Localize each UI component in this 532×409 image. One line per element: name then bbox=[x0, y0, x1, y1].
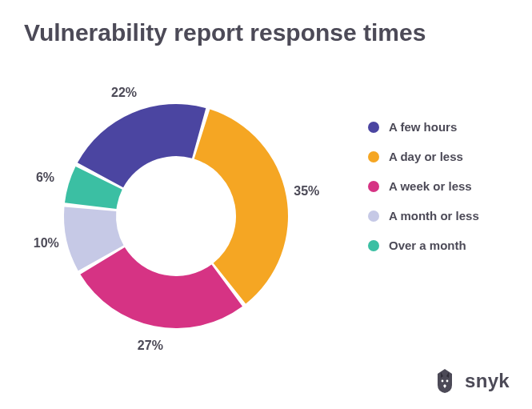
donut-slice bbox=[78, 104, 206, 187]
donut-chart: 22%35%27%10%6% bbox=[32, 64, 320, 352]
legend-item-a-month-or-less: A month or less bbox=[368, 209, 479, 223]
legend-label: A week or less bbox=[389, 179, 472, 193]
brand-logo: snyk bbox=[433, 367, 510, 395]
donut-svg bbox=[32, 64, 320, 352]
svg-point-0 bbox=[442, 380, 444, 383]
legend-swatch bbox=[368, 151, 379, 162]
chart-title: Vulnerability report response times bbox=[24, 19, 426, 46]
dog-icon bbox=[433, 367, 457, 395]
slice-label: 35% bbox=[294, 184, 319, 198]
legend-swatch bbox=[368, 181, 379, 192]
legend-label: A month or less bbox=[389, 209, 479, 223]
svg-point-1 bbox=[446, 380, 449, 383]
legend-item-a-week-or-less: A week or less bbox=[368, 179, 479, 193]
legend-item-over-a-month: Over a month bbox=[368, 239, 479, 252]
legend-label: A day or less bbox=[389, 150, 463, 163]
slice-label: 10% bbox=[34, 236, 59, 251]
legend-swatch bbox=[368, 211, 379, 222]
legend-swatch bbox=[368, 240, 379, 251]
legend-item-a-few-hours: A few hours bbox=[368, 120, 479, 134]
slice-label: 27% bbox=[138, 339, 163, 353]
legend-swatch bbox=[368, 122, 379, 133]
brand-name: snyk bbox=[465, 370, 510, 392]
legend-label: A few hours bbox=[389, 120, 457, 134]
legend: A few hours A day or less A week or less… bbox=[368, 120, 479, 252]
legend-item-a-day-or-less: A day or less bbox=[368, 150, 479, 163]
legend-label: Over a month bbox=[389, 239, 466, 252]
slice-label: 6% bbox=[36, 170, 54, 185]
slice-label: 22% bbox=[111, 86, 137, 100]
